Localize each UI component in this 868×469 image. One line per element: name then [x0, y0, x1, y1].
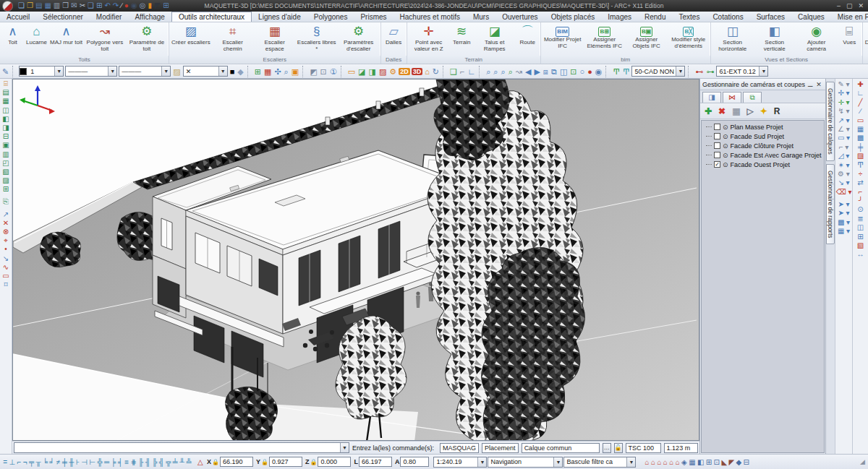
menu-tab-prismes[interactable]: Prismes — [354, 12, 393, 22]
tab-cameras[interactable]: ◨ — [702, 92, 721, 103]
save-icon[interactable]: ▤ — [35, 1, 42, 11]
fill-half-icon[interactable]: ◪ — [357, 65, 366, 78]
wall-tool-icon[interactable]: ▣ — [2, 141, 9, 150]
mode-2d-badge[interactable]: 2D — [399, 68, 410, 75]
ribbon-button-escalier-chemin[interactable]: ⌗Escalier chemin — [212, 23, 254, 56]
command-dropdown-arrow[interactable]: ▼ — [340, 443, 349, 452]
menu-tab-images[interactable]: Images — [601, 12, 638, 22]
menu-tab-murs[interactable]: Murs — [467, 12, 495, 22]
ribbon-button-lucarne[interactable]: ⌂Lucarne — [25, 23, 48, 56]
swap-icon[interactable]: ⇄ — [857, 178, 863, 187]
open-file-icon[interactable]: ❐ — [27, 1, 33, 11]
ribbon-button-maj-mur-toit[interactable]: ∧MAJ mur toit — [48, 23, 84, 56]
layer-name-field[interactable]: Calque commun — [522, 443, 600, 453]
open-drawing-icon[interactable]: ⌸ — [4, 79, 8, 88]
pen-style-select[interactable]: ———▼ — [65, 66, 117, 77]
ucs-icon[interactable]: ⌐ — [459, 65, 465, 78]
slab-view-icon[interactable]: ◆ — [735, 458, 742, 466]
property-pen-icon[interactable]: ✎ — [1, 65, 9, 78]
erase-icon[interactable]: ⌫ ▾ — [836, 188, 852, 197]
menu-tab-hachures-et-motifs[interactable]: Hachures et motifs — [393, 12, 467, 22]
visibility-icon[interactable]: ◉ — [131, 1, 137, 11]
snap-node-icon[interactable]: ⌖ — [4, 236, 8, 245]
roof-view-icon[interactable]: ⌂ — [644, 458, 650, 466]
eye-icon[interactable]: ◉ — [595, 65, 603, 78]
move-tool-icon[interactable]: ✢ ▾ — [838, 89, 849, 98]
snap-free-icon[interactable]: ↗ — [3, 210, 9, 219]
record-icon[interactable]: ● — [124, 1, 129, 11]
mirror-icon[interactable]: ↘ ▾ — [838, 178, 849, 187]
ribbon-button-talus-et-rampes[interactable]: ◪Talus et Rampes — [474, 23, 516, 56]
window-select-icon[interactable]: ⊡ — [320, 65, 328, 78]
play-button[interactable]: ▷ — [746, 106, 753, 116]
ribbon-button-modifier-projet-ifc[interactable]: BIMModifier Projet IFC — [542, 23, 584, 56]
wall-join-tool-icon[interactable]: ╣ — [158, 458, 164, 466]
settings-icon[interactable]: ⚙ ▾ — [838, 170, 850, 178]
highlight-icon[interactable]: ▮ — [148, 1, 152, 11]
dim-rect-icon[interactable]: ▭ — [857, 116, 864, 125]
wall-tool-icon[interactable]: ◰ — [2, 159, 9, 168]
table-icon[interactable]: ⊞ — [163, 1, 169, 11]
preview-icon[interactable]: ❒ — [62, 1, 69, 11]
menu-tab-surfaces[interactable]: Surfaces — [750, 12, 791, 22]
wall-tool-icon[interactable]: ◫ — [2, 106, 9, 115]
maximize-button[interactable]: ▢ — [846, 2, 853, 9]
wall-tool-icon[interactable]: ◨ — [2, 124, 9, 132]
tab-sections[interactable]: ⋈ — [723, 92, 741, 103]
hatch-select[interactable]: ✕▼ — [183, 66, 228, 77]
wall-tool-icon[interactable]: ▥ — [2, 150, 9, 159]
wall-join-tool-icon[interactable]: ═ — [103, 458, 110, 466]
layer-filter-toggle-select[interactable]: Bascule filtre ca▼ — [563, 457, 636, 468]
menu-tab-polygones[interactable]: Polygones — [307, 12, 354, 22]
menu-tab-mise-en-page[interactable]: Mise en Page — [831, 12, 868, 22]
delete-camera-button[interactable]: ✖ — [718, 106, 726, 116]
ribbon-button-assigner-objets-ifc[interactable]: B▣Assigner Objets IFC — [626, 23, 668, 56]
y-lock-icon[interactable]: 🔒 — [261, 459, 268, 465]
pin-icon[interactable]: ⚊ — [806, 81, 814, 88]
ribbon-button-polygone-vers-toit[interactable]: ↝Polygone vers toit — [84, 23, 126, 56]
dim-angle-icon[interactable]: ∟ — [857, 89, 864, 98]
mask-button[interactable]: ▦ — [732, 106, 740, 116]
z-lock-icon[interactable]: 🔒 — [310, 459, 317, 465]
wall-join-tool-icon[interactable]: ≡ — [124, 458, 129, 466]
wall-join-tool-icon[interactable]: ╨ — [179, 458, 185, 466]
rotate-icon[interactable]: ↯ ▾ — [838, 107, 849, 116]
corner2-icon[interactable]: ⌐ — [859, 188, 863, 197]
roof-view-icon[interactable]: ⌂ — [675, 458, 681, 466]
wall-join-tool-icon[interactable]: ≠ — [56, 458, 61, 466]
wall-tool-icon[interactable]: ◧ — [2, 115, 9, 124]
ribbon-button-point-avec-valeur-en-z[interactable]: ✛Point avec valeur en Z — [408, 23, 450, 56]
copy-icon[interactable]: ❑ — [88, 1, 94, 11]
offset-icon[interactable]: ▭ ▾ — [838, 134, 850, 142]
save-as-icon[interactable]: ▦ — [44, 1, 51, 11]
ribbon-button-terrain[interactable]: ≋Terrain — [450, 23, 474, 56]
list-icon[interactable]: ≣ — [857, 215, 863, 223]
front-view-icon[interactable]: ◫ — [559, 65, 568, 78]
fill-off-icon[interactable]: ▭ — [347, 65, 356, 78]
line-weight-icon[interactable]: ▨ — [172, 65, 181, 78]
ext-ref2-icon[interactable]: ⊶ — [705, 65, 715, 78]
angle-indicator-icon[interactable]: △ — [197, 458, 204, 466]
close-button[interactable]: ✕ — [858, 2, 864, 9]
circle-icon[interactable]: ⊙ — [857, 205, 863, 214]
divide-icon[interactable]: ÷ — [859, 170, 863, 178]
paint-bucket-icon[interactable]: ◆ — [237, 65, 244, 78]
wall-tool-icon[interactable]: ⊟ — [3, 132, 9, 141]
wall-join-tool-icon[interactable]: ⊣ — [80, 458, 88, 466]
ribbon-button-escalier-espace[interactable]: ▦Escalier espace — [254, 23, 296, 56]
wall-tool-icon[interactable]: ⊞ — [3, 185, 9, 194]
snap-point-icon[interactable]: • — [4, 245, 7, 254]
origin-icon[interactable]: ∟ — [467, 65, 476, 78]
menu-tab-textes[interactable]: Textes — [672, 12, 706, 22]
snap-cross-icon[interactable]: ✕ — [3, 219, 9, 228]
visibility-checkbox[interactable]: ✓ — [714, 161, 720, 168]
ribbon-button-section-verticale[interactable]: ◧Section verticale — [754, 23, 796, 56]
dim-line-icon[interactable]: ╱ — [858, 98, 862, 107]
side-tab-gestionnaire-de-calques[interactable]: Gestionnaire de calques — [826, 82, 835, 161]
drawing-viewport[interactable] — [12, 79, 699, 441]
frame-view-icon[interactable]: ⊟ — [742, 458, 750, 466]
wall-join-tool-icon[interactable]: ⊥ — [8, 458, 16, 466]
roof-view-icon[interactable]: ⌂ — [668, 458, 674, 466]
navigation-mode-select[interactable]: Navigation▼ — [488, 457, 563, 468]
z-coordinate[interactable]: 0.000 — [318, 457, 351, 467]
